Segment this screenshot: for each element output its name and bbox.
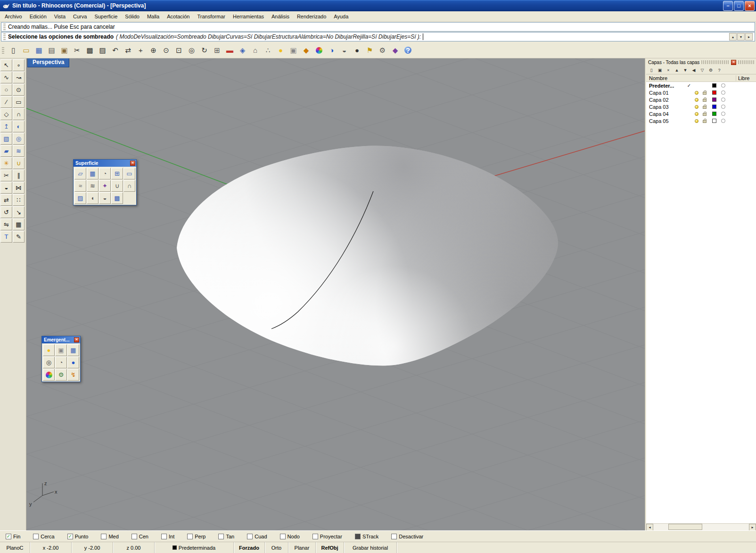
menu-analisis[interactable]: Análisis: [268, 12, 293, 21]
layer-row[interactable]: Capa 04: [646, 110, 756, 117]
osnap-checkbox[interactable]: [33, 534, 39, 539]
gear-icon[interactable]: ⚙: [377, 44, 388, 56]
menu-transformar[interactable]: Transformar: [193, 12, 229, 21]
osnap-checkbox[interactable]: ✓: [67, 534, 73, 539]
save-icon[interactable]: ▦: [33, 44, 45, 56]
layer-visibility-bulb-icon[interactable]: [692, 112, 700, 116]
lock-icon[interactable]: ▣: [55, 344, 67, 356]
array-tool[interactable]: ▦: [13, 219, 25, 230]
flag-icon[interactable]: ⚑: [364, 44, 376, 56]
boolean-tool[interactable]: ◒: [0, 182, 12, 194]
status-orto[interactable]: Orto: [265, 542, 288, 553]
revolve-icon[interactable]: ◔: [99, 168, 111, 179]
osnap-fin[interactable]: ✓ Fin: [6, 534, 20, 539]
close-button[interactable]: ×: [745, 1, 755, 11]
menu-superficie[interactable]: Superficie: [90, 12, 121, 21]
circle-tool[interactable]: ○: [0, 84, 12, 96]
scale-tool[interactable]: ↘: [13, 206, 25, 218]
render-preview-icon[interactable]: ◑: [326, 44, 337, 56]
curve-tool[interactable]: ∿: [0, 72, 12, 83]
status-historial[interactable]: Grabar historial: [344, 542, 397, 553]
drag-texture[interactable]: [701, 60, 729, 64]
osnap-checkbox[interactable]: [312, 534, 318, 539]
pipe-icon[interactable]: ◖: [87, 192, 99, 204]
wrench-icon[interactable]: ⚙: [707, 66, 715, 74]
undo-icon[interactable]: ↶: [109, 44, 121, 56]
viewport-title-tab[interactable]: Perspectiva: [27, 58, 69, 67]
zoom-icon[interactable]: ◎: [43, 357, 55, 368]
layer-color-swatch[interactable]: [712, 105, 716, 109]
osnap-checkbox[interactable]: [355, 534, 361, 539]
layer-material-circle[interactable]: [721, 83, 725, 88]
layer-material-circle[interactable]: [721, 105, 725, 109]
dimension-tool[interactable]: ✎: [13, 231, 25, 243]
view-properties-icon[interactable]: ◈: [237, 44, 248, 56]
command-history-expand-button[interactable]: ▸: [745, 33, 753, 41]
layer-lock-icon[interactable]: [700, 90, 708, 95]
menu-renderizado[interactable]: Renderizado: [293, 12, 330, 21]
command-scroll-down-button[interactable]: ▾: [737, 33, 745, 41]
layer-visibility-bulb-icon[interactable]: [692, 119, 700, 123]
arc-tool[interactable]: ∩: [13, 108, 25, 120]
osnap-strack[interactable]: STrack: [355, 534, 378, 539]
wireframe-icon[interactable]: ◒: [338, 44, 350, 56]
menu-archivo[interactable]: Archivo: [1, 12, 26, 21]
command-prompt-line[interactable]: Seleccione las opciones de sombreado ( M…: [1, 32, 755, 41]
layer-visibility-bulb-icon[interactable]: [692, 91, 700, 95]
emergente-palette-titlebar[interactable]: Emergent... ×: [42, 336, 80, 343]
text-tool[interactable]: T: [0, 231, 12, 243]
copy-icon[interactable]: ▩: [84, 44, 96, 56]
osnap-tan[interactable]: Tan: [218, 534, 234, 539]
surface-edges-icon[interactable]: ▦: [87, 168, 99, 179]
close-icon[interactable]: ×: [74, 337, 79, 342]
paste-icon[interactable]: ▨: [97, 44, 108, 56]
layer-row[interactable]: Capa 01: [646, 89, 756, 96]
drag-grip[interactable]: [3, 33, 6, 40]
explode-tool[interactable]: ✳: [0, 157, 12, 169]
split-tool[interactable]: ∥: [13, 170, 25, 181]
layer-visibility-bulb-icon[interactable]: [692, 98, 700, 102]
delete-layer-icon[interactable]: ×: [665, 66, 672, 74]
join-tool[interactable]: ⋈: [13, 182, 25, 194]
scrollbar-thumb[interactable]: [668, 524, 702, 530]
command-scroll-up-button[interactable]: ▴: [729, 33, 737, 41]
flash-icon[interactable]: ↯: [67, 369, 79, 381]
menu-herramientas[interactable]: Herramientas: [229, 12, 268, 21]
blend-icon[interactable]: ∩: [123, 180, 135, 192]
layer-lock-icon[interactable]: [700, 105, 708, 109]
extrude-tool[interactable]: ↥: [0, 121, 12, 132]
grid-snap-icon[interactable]: ⊞: [211, 44, 223, 56]
clipboard-icon[interactable]: ▣: [58, 44, 70, 56]
layer-color-swatch[interactable]: [712, 112, 716, 116]
ghosted-sphere-icon[interactable]: ●: [351, 44, 363, 56]
shade-icon[interactable]: ◆: [300, 44, 312, 56]
osnap-med[interactable]: Med: [101, 534, 118, 539]
layer-lock-icon[interactable]: [700, 119, 708, 123]
perspective-viewport[interactable]: x y z Perspectiva Superficie × ▱ ▦ ◔: [26, 58, 645, 530]
layer-material-circle[interactable]: [721, 98, 725, 102]
help-icon[interactable]: ?: [715, 66, 723, 74]
osnap-cen[interactable]: Cen: [131, 534, 148, 539]
move-up-icon[interactable]: ▲: [673, 66, 681, 74]
collapse-icon[interactable]: ◀: [690, 66, 698, 74]
status-z[interactable]: z 0.00: [113, 542, 155, 553]
interpolate-curve-tool[interactable]: ↝: [13, 72, 25, 83]
osnap-perp[interactable]: Perp: [187, 534, 205, 539]
osnap-checkbox[interactable]: [131, 534, 137, 539]
offset-surface-icon[interactable]: ▩: [111, 192, 123, 204]
help-icon[interactable]: ?: [402, 44, 414, 56]
point-tool[interactable]: ∘: [13, 59, 25, 71]
cut-icon[interactable]: ✂: [71, 44, 83, 56]
patch-icon[interactable]: ∪: [111, 180, 123, 192]
minimize-button[interactable]: –: [723, 1, 733, 11]
status-y[interactable]: y -2.00: [72, 542, 113, 553]
light-icon[interactable]: ●: [43, 344, 55, 356]
osnap-checkbox[interactable]: [161, 534, 167, 539]
trim-tool[interactable]: ✂: [0, 170, 12, 181]
viewport-canvas[interactable]: x y z: [26, 58, 645, 530]
zoom-extents-icon[interactable]: ◎: [186, 44, 197, 56]
layer-color-swatch[interactable]: [712, 98, 716, 102]
menu-solido[interactable]: Sólido: [121, 12, 143, 21]
lock-icon[interactable]: ▣: [288, 44, 299, 56]
osnap-checkbox[interactable]: [247, 534, 253, 539]
